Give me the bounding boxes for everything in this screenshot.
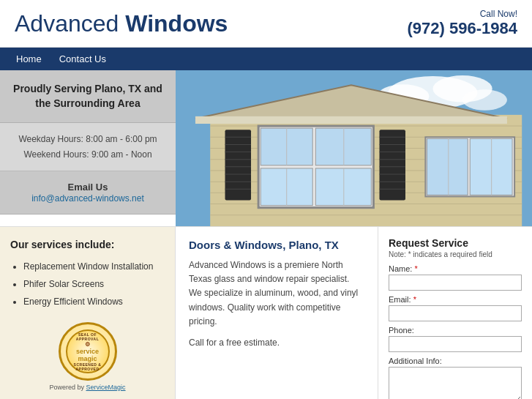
weekend-hours: Weekend Hours: 9:00 am - Noon — [9, 147, 167, 162]
sidebar-email: Email Us info@advanced-windows.net — [0, 171, 176, 215]
service-magic-text: service magic — [70, 348, 105, 362]
phone-number: (972) 596-1984 — [408, 19, 517, 38]
bottom-section: Our services include: Replacement Window… — [0, 226, 532, 399]
name-required: * — [414, 264, 417, 273]
svg-rect-36 — [379, 130, 405, 200]
hero-image — [176, 70, 532, 226]
content-column: Doors & Windows, Plano, TX Advanced Wind… — [176, 227, 378, 399]
email-required: * — [413, 295, 416, 304]
service-item-3: Energy Efficient Windows — [23, 293, 165, 310]
sidebar: Proudly Serving Plano, TX and the Surrou… — [0, 70, 176, 226]
logo-text-regular: Advanced — [15, 10, 125, 37]
email-link[interactable]: info@advanced-windows.net — [31, 193, 144, 204]
content-heading: Doors & Windows, Plano, TX — [189, 239, 364, 251]
main-section: Proudly Serving Plano, TX and the Surrou… — [0, 70, 532, 226]
email-label: Email: * — [389, 295, 522, 304]
sidebar-hours: Weekday Hours: 8:00 am - 6:00 pm Weekend… — [0, 123, 176, 171]
svg-rect-31 — [315, 168, 371, 206]
svg-rect-18 — [225, 130, 252, 200]
form-column: Request Service Note: * indicates a requ… — [378, 227, 532, 399]
powered-by: Powered by ServiceMagic — [10, 384, 165, 391]
nav-home[interactable]: Home — [7, 48, 50, 70]
nav-contact-us[interactable]: Contact Us — [50, 48, 115, 70]
seal-circle: SEAL OF APPROVAL ⚙ service magic SCREENE… — [59, 322, 117, 381]
seal-screened: SCREENED & APPROVED — [70, 362, 105, 371]
logo-text-bold: Windows — [125, 10, 228, 37]
services-column: Our services include: Replacement Window… — [0, 227, 176, 399]
services-list: Replacement Window Installation Phifer S… — [10, 258, 165, 310]
email-input[interactable] — [389, 305, 522, 321]
seal-area: SEAL OF APPROVAL ⚙ service magic SCREENE… — [10, 322, 165, 391]
svg-rect-17 — [195, 116, 507, 124]
svg-rect-46 — [427, 138, 468, 195]
seal-inner: SEAL OF APPROVAL ⚙ service magic SCREENE… — [66, 329, 110, 373]
content-paragraph-2: Call for a free estimate. — [189, 336, 364, 350]
weekday-hours: Weekday Hours: 8:00 am - 6:00 pm — [9, 132, 167, 146]
email-label: Email Us — [9, 182, 167, 193]
additional-textarea[interactable] — [389, 367, 522, 399]
service-item-2: Phifer Solar Screens — [23, 275, 165, 293]
additional-label: Additional Info: — [389, 357, 522, 365]
form-note: Note: * indicates a required field — [389, 250, 522, 258]
seal-logo-icon: ⚙ — [85, 341, 90, 348]
header: Advanced Windows Call Now! (972) 596-198… — [0, 0, 532, 48]
phone-block: Call Now! (972) 596-1984 — [408, 9, 517, 38]
svg-rect-47 — [470, 138, 512, 195]
svg-rect-29 — [315, 128, 371, 165]
serving-title: Proudly Serving Plano, TX and the Surrou… — [9, 82, 167, 111]
nav: Home Contact Us — [0, 48, 532, 70]
form-heading: Request Service — [389, 237, 522, 249]
name-input[interactable] — [389, 275, 522, 291]
seal-top-text: SEAL OF APPROVAL — [70, 332, 105, 341]
phone-label: Phone: — [389, 326, 522, 335]
call-now-label: Call Now! — [408, 9, 517, 19]
svg-point-4 — [462, 89, 507, 110]
name-label: Name: * — [389, 264, 522, 273]
services-heading: Our services include: — [10, 239, 165, 250]
logo: Advanced Windows — [15, 10, 228, 37]
service-item-1: Replacement Window Installation — [23, 258, 165, 275]
content-paragraph-1: Advanced Windows is a premiere North Tex… — [189, 258, 364, 329]
sidebar-serving: Proudly Serving Plano, TX and the Surrou… — [0, 70, 176, 123]
phone-input[interactable] — [389, 336, 522, 352]
service-magic-link[interactable]: ServiceMagic — [86, 384, 126, 391]
